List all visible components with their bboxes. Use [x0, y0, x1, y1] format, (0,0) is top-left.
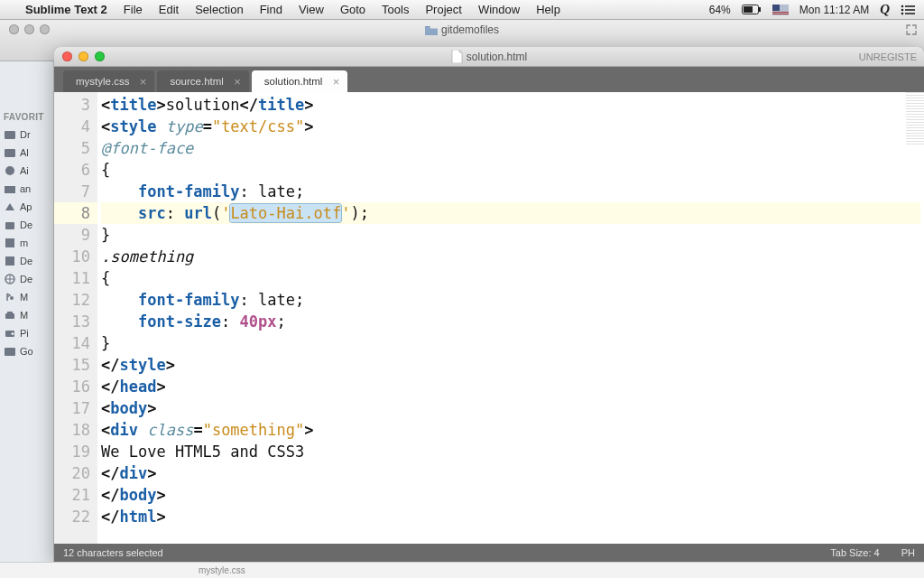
menu-find[interactable]: Find: [260, 3, 282, 16]
finder-title: gitdemofiles: [441, 23, 499, 36]
menu-help[interactable]: Help: [536, 3, 560, 16]
sidebar-item[interactable]: Go: [0, 342, 53, 360]
menu-goto[interactable]: Goto: [340, 3, 365, 16]
svg-point-27: [12, 332, 14, 335]
tab-mystyle[interactable]: mystyle.css ×: [63, 70, 154, 92]
minimap[interactable]: [906, 92, 924, 146]
tab-bar: mystyle.css × source.html × solution.htm…: [54, 67, 924, 92]
sidebar-item[interactable]: M: [0, 288, 53, 306]
sidebar-item[interactable]: Pi: [0, 324, 53, 342]
svg-rect-2: [744, 6, 753, 13]
svg-rect-22: [5, 256, 14, 266]
tab-label: mystyle.css: [76, 76, 129, 87]
svg-rect-28: [5, 348, 15, 356]
svg-rect-5: [772, 12, 789, 13]
traffic-zoom-icon[interactable]: [95, 51, 105, 61]
traffic-close-icon[interactable]: [9, 24, 19, 34]
svg-rect-16: [5, 131, 15, 139]
sidebar-item[interactable]: M: [0, 306, 53, 324]
svg-rect-6: [772, 14, 789, 14]
svg-point-9: [901, 8, 904, 11]
battery-icon: [742, 5, 762, 14]
editor-area[interactable]: 345678910111213141516171819202122 <title…: [54, 92, 924, 544]
sidebar-item[interactable]: Al: [0, 144, 53, 162]
svg-point-7: [901, 5, 904, 7]
menu-edit[interactable]: Edit: [159, 3, 179, 16]
sidebar-item[interactable]: Ap: [0, 198, 53, 216]
fullscreen-icon[interactable]: [906, 24, 917, 35]
sidebar-item[interactable]: Ai: [0, 162, 53, 180]
tab-label: solution.html: [264, 76, 323, 87]
app-name[interactable]: Sublime Text 2: [25, 3, 107, 16]
window-title: solution.html: [467, 51, 527, 63]
svg-point-11: [901, 12, 904, 14]
line-number-gutter: 345678910111213141516171819202122: [54, 92, 97, 544]
tab-label: source.html: [170, 76, 223, 87]
sidebar-item[interactable]: De: [0, 270, 53, 288]
sidebar-header: FAVORIT: [0, 61, 53, 126]
traffic-minimize-icon[interactable]: [24, 24, 34, 34]
sidebar-item[interactable]: De: [0, 252, 53, 270]
traffic-close-icon[interactable]: [62, 51, 72, 61]
clock[interactable]: Mon 11:12 AM: [799, 4, 869, 16]
traffic-minimize-icon[interactable]: [79, 51, 88, 61]
tab-close-icon[interactable]: ×: [140, 76, 147, 88]
menu-tools[interactable]: Tools: [382, 3, 409, 16]
unregistered-label: UNREGISTE: [859, 51, 917, 62]
sidebar-item[interactable]: De: [0, 216, 53, 234]
tab-close-icon[interactable]: ×: [333, 76, 340, 88]
status-selection: 12 characters selected: [63, 547, 163, 558]
svg-point-24: [10, 296, 14, 300]
traffic-zoom-icon[interactable]: [40, 24, 50, 34]
svg-rect-25: [5, 313, 14, 319]
finder-sidebar: FAVORIT Dr Al Ai an Ap De m De De M M Pi…: [0, 61, 54, 562]
svg-rect-19: [5, 186, 15, 193]
flag-icon[interactable]: [772, 5, 789, 15]
menu-file[interactable]: File: [124, 3, 143, 16]
notification-center-icon[interactable]: [901, 5, 915, 15]
menu-window[interactable]: Window: [478, 3, 520, 16]
battery-percent[interactable]: 64%: [709, 4, 731, 16]
spotlight-icon[interactable]: Q: [880, 2, 890, 17]
mac-menubar: Sublime Text 2 File Edit Selection Find …: [0, 0, 924, 20]
sublime-window: solution.html UNREGISTE mystyle.css × so…: [54, 47, 924, 562]
svg-rect-21: [5, 238, 14, 247]
svg-point-18: [5, 166, 14, 175]
folder-icon: [425, 25, 438, 35]
menu-selection[interactable]: Selection: [195, 3, 243, 16]
svg-rect-1: [759, 7, 761, 12]
sublime-titlebar[interactable]: solution.html UNREGISTE: [54, 47, 924, 67]
status-syntax[interactable]: PH: [901, 547, 915, 558]
tab-solution[interactable]: solution.html ×: [252, 70, 348, 92]
menu-view[interactable]: View: [299, 3, 324, 16]
svg-rect-20: [5, 222, 14, 229]
menu-project[interactable]: Project: [425, 3, 461, 16]
tab-source[interactable]: source.html ×: [157, 70, 248, 92]
document-icon: [451, 50, 463, 63]
code-content[interactable]: <title>solution</title><style type="text…: [97, 92, 924, 544]
tab-close-icon[interactable]: ×: [234, 76, 241, 88]
sidebar-item[interactable]: Dr: [0, 126, 53, 144]
status-bar: 12 characters selected Tab Size: 4 PH: [54, 544, 924, 562]
svg-rect-17: [5, 149, 15, 157]
sidebar-item[interactable]: m: [0, 234, 53, 252]
status-tabsize[interactable]: Tab Size: 4: [830, 547, 879, 558]
svg-rect-4: [772, 5, 780, 11]
background-row: mystyle.css: [0, 562, 924, 578]
sidebar-item[interactable]: an: [0, 180, 53, 198]
